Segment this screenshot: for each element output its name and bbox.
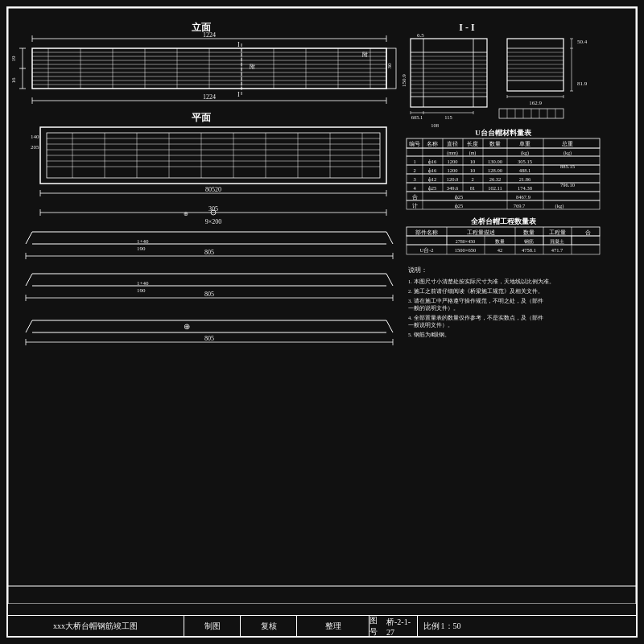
svg-text:21.86: 21.86 xyxy=(519,176,531,182)
svg-text:120.0: 120.0 xyxy=(447,176,459,182)
materials-table-title: U台台帽材料量表 xyxy=(475,129,531,137)
svg-text:5. 钢筋为Ⅱ级钢。: 5. 钢筋为Ⅱ级钢。 xyxy=(408,332,450,337)
svg-text:81.9: 81.9 xyxy=(577,80,588,87)
svg-text:U台-2: U台-2 xyxy=(419,247,433,253)
reviewed-cell: 整理 xyxy=(297,616,369,637)
engineering-table-title: 全桥台帽工程数量表 xyxy=(471,217,537,225)
svg-text:190: 190 xyxy=(137,246,146,252)
svg-text:工程量: 工程量 xyxy=(549,229,566,235)
title-block: xxx大桥台帽钢筋竣工图 制图 复核 整理 图号 桥-2-1-27 比例 1：5… xyxy=(6,615,638,638)
svg-text:合: 合 xyxy=(585,229,591,235)
svg-text:102.11: 102.11 xyxy=(488,185,502,191)
svg-text:1. 本图尺寸小清楚处按实际尺寸为准，天地线以比例为准。: 1. 本图尺寸小清楚处按实际尺寸为准，天地线以比例为准。 xyxy=(408,279,555,285)
svg-text:805: 805 xyxy=(204,291,214,298)
svg-text:3: 3 xyxy=(413,176,415,182)
main-drawing: 立面 1224 19 16 xyxy=(8,8,636,604)
drawing-no-label-cell: 图号 桥-2-1-27 xyxy=(369,616,418,637)
svg-text:工程量描述: 工程量描述 xyxy=(467,229,495,235)
ii-section-title: I - I xyxy=(459,22,475,33)
svg-text:108: 108 xyxy=(431,122,439,128)
svg-text:796.10: 796.10 xyxy=(560,182,575,188)
svg-text:1+40: 1+40 xyxy=(137,280,149,287)
svg-text:1500×650: 1500×650 xyxy=(455,247,476,253)
svg-text:1200: 1200 xyxy=(448,159,458,164)
svg-text:2: 2 xyxy=(471,176,473,182)
svg-text:349.6: 349.6 xyxy=(447,185,459,191)
svg-text:ф12: ф12 xyxy=(428,176,437,182)
svg-text:885.15: 885.15 xyxy=(560,163,575,169)
dim-bottom-label: 1224 xyxy=(203,93,216,101)
svg-text:10: 10 xyxy=(470,167,476,173)
svg-text:805: 805 xyxy=(204,335,214,342)
svg-text:30: 30 xyxy=(386,63,393,69)
svg-text:471.7: 471.7 xyxy=(551,247,564,253)
page: 第 1 页共 1 页 立面 1224 19 16 xyxy=(0,0,644,644)
svg-text:附: 附 xyxy=(250,64,255,70)
svg-text:9×200: 9×200 xyxy=(205,218,222,225)
svg-text:1: 1 xyxy=(413,159,415,164)
svg-text:I: I xyxy=(237,41,240,48)
svg-text:计: 计 xyxy=(412,203,418,208)
svg-text:305: 305 xyxy=(208,205,218,213)
svg-text:2780×450: 2780×450 xyxy=(456,239,475,244)
svg-text:⊕: ⊕ xyxy=(184,211,188,217)
svg-text:混凝土: 混凝土 xyxy=(550,239,564,244)
svg-text:150.9: 150.9 xyxy=(401,74,407,87)
drawn-by-cell: 制图 xyxy=(184,616,241,637)
svg-text:3. 请在施工中严格遵守操作规范，不明之处，及（部件: 3. 请在施工中严格遵守操作规范，不明之处，及（部件 xyxy=(408,298,543,304)
drawing-name-cell: xxx大桥台帽钢筋竣工图 xyxy=(7,616,184,637)
svg-text:140: 140 xyxy=(31,134,39,140)
svg-text:数量: 数量 xyxy=(495,239,505,244)
svg-text:ф16: ф16 xyxy=(428,167,437,173)
svg-text:数量: 数量 xyxy=(489,141,501,147)
svg-text:一般说明文件）。: 一般说明文件）。 xyxy=(408,322,453,328)
svg-text:6.5: 6.5 xyxy=(417,32,424,39)
svg-text:ф25: ф25 xyxy=(455,203,464,208)
svg-text:合: 合 xyxy=(412,194,418,200)
dim-top-label: 1224 xyxy=(203,31,216,39)
checked-cell: 复核 xyxy=(241,616,297,637)
svg-text:I: I xyxy=(237,91,240,98)
svg-text:编号: 编号 xyxy=(409,141,420,147)
svg-text:ф16: ф16 xyxy=(428,159,437,164)
svg-text:数量: 数量 xyxy=(523,229,535,235)
svg-text:1200: 1200 xyxy=(448,167,458,173)
svg-text:直径: 直径 xyxy=(447,141,458,147)
svg-text:钢筋: 钢筋 xyxy=(523,239,534,244)
svg-text:(m): (m) xyxy=(469,151,477,156)
svg-text:长度: 长度 xyxy=(467,141,478,147)
svg-text:总重: 总重 xyxy=(561,141,573,147)
svg-text:162.9: 162.9 xyxy=(529,100,542,106)
svg-text:ф25: ф25 xyxy=(455,194,464,200)
svg-text:(mm): (mm) xyxy=(447,151,457,156)
svg-text:19: 19 xyxy=(10,56,17,62)
svg-text:10: 10 xyxy=(470,159,476,164)
svg-text:附: 附 xyxy=(362,52,368,58)
svg-text:605.1: 605.1 xyxy=(411,114,423,120)
svg-text:(kg): (kg) xyxy=(555,203,564,209)
svg-text:(kg): (kg) xyxy=(564,151,572,156)
svg-text:4. 全部置量表的数量仅作参考，不是实数点，及（部件: 4. 全部置量表的数量仅作参考，不是实数点，及（部件 xyxy=(408,315,543,321)
svg-text:42: 42 xyxy=(497,247,503,253)
svg-text:81: 81 xyxy=(470,185,476,191)
svg-rect-0 xyxy=(8,8,636,604)
svg-text:8467.9: 8467.9 xyxy=(516,194,530,200)
svg-text:305.15: 305.15 xyxy=(518,159,532,164)
svg-text:128.00: 128.00 xyxy=(488,167,502,173)
svg-text:2. 施工之前请仔细阅读《桥梁施工规范》及相关文件。: 2. 施工之前请仔细阅读《桥梁施工规范》及相关文件。 xyxy=(408,288,543,295)
svg-text:488.1: 488.1 xyxy=(519,167,531,173)
svg-text:1+40: 1+40 xyxy=(137,238,149,245)
svg-text:16: 16 xyxy=(10,77,17,84)
svg-text:ф25: ф25 xyxy=(428,185,437,191)
plan-title: 平面 xyxy=(192,112,212,123)
svg-text:2: 2 xyxy=(413,167,415,173)
svg-text:190: 190 xyxy=(137,287,146,294)
svg-text:174.38: 174.38 xyxy=(518,185,532,191)
svg-text:769.7: 769.7 xyxy=(514,203,526,208)
svg-text:130.00: 130.00 xyxy=(488,159,502,164)
svg-text:⊕: ⊕ xyxy=(184,322,190,331)
svg-text:单重: 单重 xyxy=(519,141,530,147)
svg-text:部件名称: 部件名称 xyxy=(415,229,438,235)
svg-text:名称: 名称 xyxy=(427,141,438,147)
svg-text:805: 805 xyxy=(204,249,214,256)
